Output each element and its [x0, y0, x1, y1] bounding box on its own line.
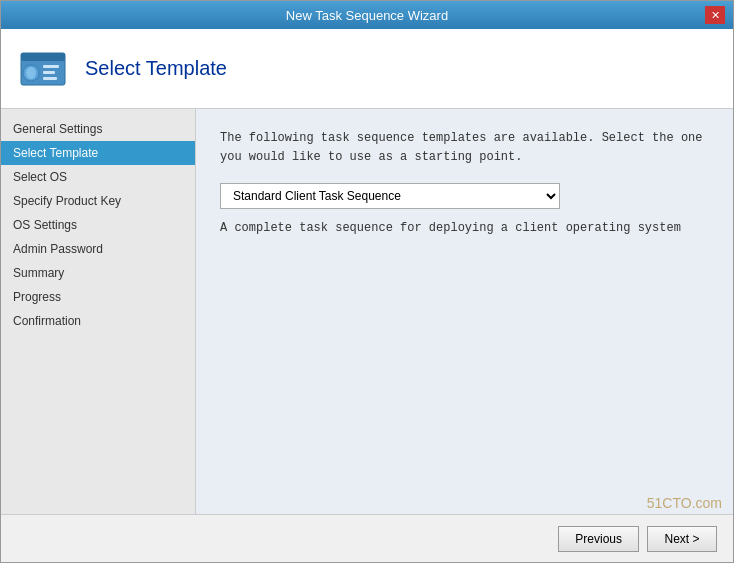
svg-point-3	[26, 67, 36, 79]
template-description: A complete task sequence for deploying a…	[220, 221, 709, 235]
sidebar-item-progress[interactable]: Progress	[1, 285, 195, 309]
description-text: The following task sequence templates ar…	[220, 129, 709, 167]
template-select[interactable]: Standard Client Task SequenceStandard Cl…	[220, 183, 560, 209]
sidebar-item-admin-password[interactable]: Admin Password	[1, 237, 195, 261]
sidebar-item-confirmation[interactable]: Confirmation	[1, 309, 195, 333]
sidebar: General SettingsSelect TemplateSelect OS…	[1, 109, 196, 514]
page-title: Select Template	[85, 57, 227, 80]
sidebar-item-specify-product-key[interactable]: Specify Product Key	[1, 189, 195, 213]
sidebar-item-os-settings[interactable]: OS Settings	[1, 213, 195, 237]
wizard-icon	[17, 43, 69, 95]
wizard-window: New Task Sequence Wizard ✕ Select Templa…	[0, 0, 734, 563]
header-area: Select Template	[1, 29, 733, 109]
footer-area: Previous Next >	[1, 514, 733, 562]
title-bar: New Task Sequence Wizard ✕	[1, 1, 733, 29]
svg-rect-1	[21, 53, 65, 61]
svg-rect-4	[43, 65, 59, 68]
title-bar-controls: ✕	[705, 6, 725, 24]
close-button[interactable]: ✕	[705, 6, 725, 24]
window-title: New Task Sequence Wizard	[29, 8, 705, 23]
next-button[interactable]: Next >	[647, 526, 717, 552]
window-wrapper: New Task Sequence Wizard ✕ Select Templa…	[0, 0, 734, 563]
previous-button[interactable]: Previous	[558, 526, 639, 552]
sidebar-item-select-template[interactable]: Select Template	[1, 141, 195, 165]
main-content: The following task sequence templates ar…	[196, 109, 733, 514]
sidebar-item-general-settings[interactable]: General Settings	[1, 117, 195, 141]
svg-rect-6	[43, 77, 57, 80]
sidebar-item-select-os[interactable]: Select OS	[1, 165, 195, 189]
sidebar-item-summary[interactable]: Summary	[1, 261, 195, 285]
svg-rect-5	[43, 71, 55, 74]
content-area: General SettingsSelect TemplateSelect OS…	[1, 109, 733, 514]
dropdown-container: Standard Client Task SequenceStandard Cl…	[220, 183, 709, 209]
